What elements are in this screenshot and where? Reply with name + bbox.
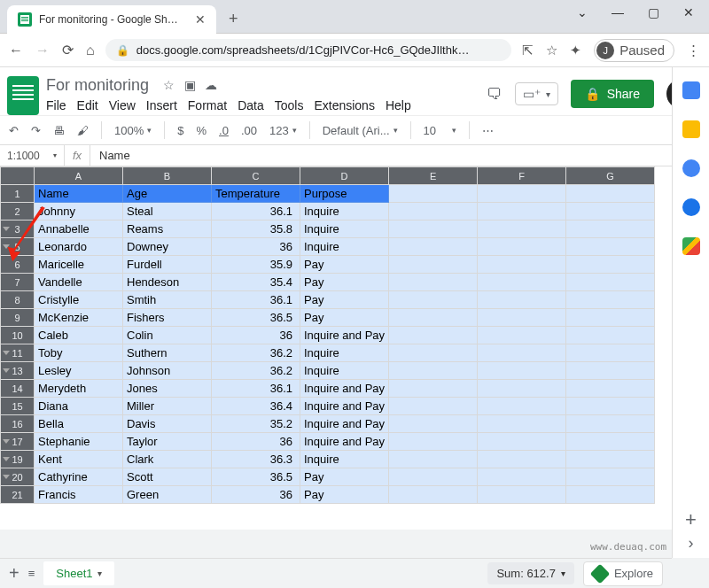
cell[interactable]: [478, 415, 566, 433]
calendar-icon[interactable]: [682, 81, 700, 99]
cell[interactable]: Toby: [35, 344, 123, 362]
column-header[interactable]: F: [478, 167, 566, 185]
explore-button[interactable]: Explore: [583, 561, 663, 586]
cell[interactable]: Taylor: [123, 433, 212, 451]
share-button[interactable]: 🔒 Share: [571, 80, 654, 108]
cell[interactable]: Inquire: [300, 362, 389, 380]
cell[interactable]: Inquire and Pay: [300, 380, 389, 398]
row-header[interactable]: 8: [1, 291, 35, 309]
cell[interactable]: 36.3: [212, 451, 300, 468]
extensions-icon[interactable]: ✦: [570, 43, 581, 58]
cell[interactable]: Pay: [300, 468, 389, 486]
row-header[interactable]: 20: [1, 468, 35, 486]
cell[interactable]: [566, 220, 655, 238]
cell[interactable]: Merydeth: [35, 380, 123, 398]
cell[interactable]: [566, 327, 655, 344]
cell[interactable]: Name: [35, 185, 123, 203]
cell[interactable]: [478, 433, 566, 451]
profile-button[interactable]: J Paused: [594, 39, 674, 62]
cell[interactable]: Pay: [300, 486, 389, 504]
cell[interactable]: [566, 468, 655, 486]
cell[interactable]: 36.1: [212, 380, 300, 398]
row-header[interactable]: 17: [1, 433, 35, 451]
cell[interactable]: [566, 380, 655, 398]
star-icon[interactable]: ☆: [163, 78, 175, 92]
cell[interactable]: 36.4: [212, 398, 300, 415]
cell[interactable]: [566, 362, 655, 380]
menu-help[interactable]: Help: [386, 98, 411, 112]
cell[interactable]: 36: [212, 238, 300, 256]
cell[interactable]: [478, 451, 566, 468]
cell[interactable]: Smtih: [123, 291, 212, 309]
cell[interactable]: Purpose: [300, 185, 389, 203]
cell[interactable]: [389, 344, 478, 362]
keep-icon[interactable]: [682, 120, 700, 138]
cell[interactable]: Pay: [300, 274, 389, 291]
cell[interactable]: Jones: [123, 380, 212, 398]
fx-icon[interactable]: fx: [64, 145, 90, 166]
row-header[interactable]: 13: [1, 362, 35, 380]
row-header[interactable]: 1: [1, 185, 35, 203]
menu-view[interactable]: View: [109, 98, 136, 112]
cell[interactable]: Reams: [123, 220, 212, 238]
cell[interactable]: [389, 291, 478, 309]
cell[interactable]: [389, 486, 478, 504]
cell[interactable]: [389, 220, 478, 238]
cell[interactable]: Davis: [123, 415, 212, 433]
undo-icon[interactable]: ↶: [9, 124, 19, 137]
menu-edit[interactable]: Edit: [77, 98, 98, 112]
cell[interactable]: [389, 468, 478, 486]
cell[interactable]: [389, 274, 478, 291]
cell[interactable]: Pay: [300, 309, 389, 327]
spreadsheet-grid[interactable]: ABCDEFG1NameAgeTemperaturePurpose2Johnny…: [0, 166, 709, 530]
row-header[interactable]: 7: [1, 274, 35, 291]
cell[interactable]: [566, 256, 655, 274]
home-icon[interactable]: ⌂: [86, 43, 95, 58]
cell[interactable]: Fishers: [123, 309, 212, 327]
row-header[interactable]: 10: [1, 327, 35, 344]
addons-icon[interactable]: +: [685, 508, 697, 531]
move-icon[interactable]: ▣: [184, 78, 196, 92]
cell[interactable]: Inquire and Pay: [300, 433, 389, 451]
row-header[interactable]: 11: [1, 344, 35, 362]
minimize-icon[interactable]: —: [610, 5, 626, 19]
comments-icon[interactable]: 🗨: [487, 85, 503, 104]
cell[interactable]: 35.8: [212, 220, 300, 238]
menu-data[interactable]: Data: [238, 98, 264, 112]
cell[interactable]: Inquire: [300, 344, 389, 362]
select-all-corner[interactable]: [1, 167, 35, 185]
cell[interactable]: Bella: [35, 415, 123, 433]
cell[interactable]: Caleb: [35, 327, 123, 344]
star-bookmark-icon[interactable]: ☆: [546, 43, 557, 58]
cell[interactable]: Downey: [123, 238, 212, 256]
cell[interactable]: Cristylle: [35, 291, 123, 309]
chevron-down-icon[interactable]: ⌄: [574, 5, 590, 19]
cell[interactable]: [389, 327, 478, 344]
cell[interactable]: [566, 415, 655, 433]
cell[interactable]: Pay: [300, 256, 389, 274]
cell[interactable]: Inquire: [300, 203, 389, 220]
cell[interactable]: [478, 274, 566, 291]
close-tab-icon[interactable]: ✕: [195, 12, 206, 27]
cell[interactable]: Furdell: [123, 256, 212, 274]
cell[interactable]: Lesley: [35, 362, 123, 380]
row-header[interactable]: 19: [1, 451, 35, 468]
column-header[interactable]: E: [389, 167, 478, 185]
row-header[interactable]: 9: [1, 309, 35, 327]
all-sheets-icon[interactable]: ≡: [28, 567, 35, 580]
cell[interactable]: McKenzie: [35, 309, 123, 327]
number-format-dropdown[interactable]: 123▾: [269, 124, 297, 137]
cell[interactable]: Suthern: [123, 344, 212, 362]
more-toolbar-icon[interactable]: ⋯: [482, 124, 494, 137]
cell[interactable]: Clark: [123, 451, 212, 468]
font-dropdown[interactable]: Default (Ari...▾: [323, 124, 398, 137]
name-box[interactable]: 1:1000 ▾: [0, 150, 64, 162]
cell[interactable]: [389, 256, 478, 274]
cell[interactable]: [389, 309, 478, 327]
tasks-icon[interactable]: [682, 159, 700, 177]
cell[interactable]: [478, 486, 566, 504]
cell[interactable]: Inquire: [300, 220, 389, 238]
zoom-dropdown[interactable]: 100%▾: [114, 124, 152, 137]
cell[interactable]: [389, 380, 478, 398]
cell[interactable]: [566, 274, 655, 291]
